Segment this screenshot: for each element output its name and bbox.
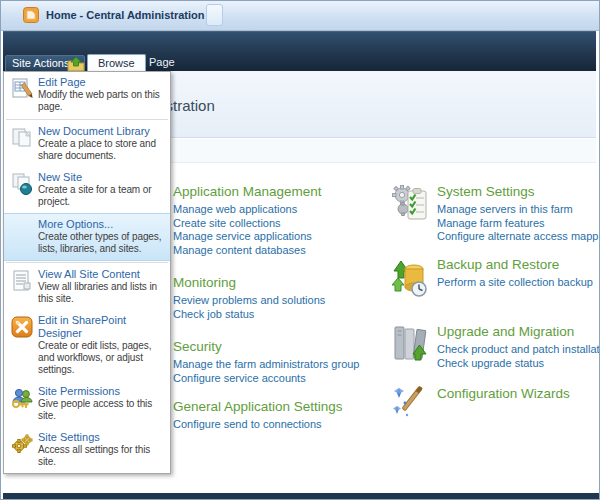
tab-browse[interactable]: Browse [87, 54, 146, 72]
section-heading-security[interactable]: Security [173, 339, 359, 354]
window-title: Home - Central Administration [46, 9, 205, 21]
section-heading-monitoring[interactable]: Monitoring [173, 275, 325, 290]
edit-page-icon [6, 76, 38, 101]
bottom-chrome-bar [3, 493, 599, 500]
menu-item-icon-empty [6, 218, 38, 219]
menu-item-description: Give people access to this site. [38, 398, 167, 422]
link-perform-a-site-collection-backup[interactable]: Perform a site collection backup [437, 276, 593, 290]
section-application-management: Application ManagementManage web applica… [173, 184, 322, 257]
upgrade-migration-icon [391, 322, 429, 368]
site-actions-label: Site Actions [12, 57, 69, 69]
link-configure-alternate-access-mappings[interactable]: Configure alternate access mappings [437, 230, 600, 244]
configuration-wizards-icon [391, 384, 429, 430]
menu-item-description: View all libraries and lists in this sit… [38, 281, 167, 305]
menu-item-label: Edit Page [38, 76, 167, 89]
section-security: SecurityManage the farm administrators g… [173, 339, 359, 385]
section-general-application-settings: General Application SettingsConfigure se… [173, 399, 343, 432]
section-configuration-wizards: Configuration Wizards [437, 386, 570, 405]
menu-item-label: Edit in SharePoint Designer [38, 314, 167, 340]
menu-item-description: Access all settings for this site. [38, 444, 167, 468]
menu-item-site-permissions[interactable]: Site PermissionsGive people access to th… [4, 381, 170, 427]
section-system-settings: System SettingsManage servers in this fa… [437, 184, 600, 244]
link-create-site-collections[interactable]: Create site collections [173, 217, 322, 231]
section-heading-general-application-settings[interactable]: General Application Settings [173, 399, 343, 414]
sharepoint-designer-icon [6, 314, 38, 339]
link-manage-servers-in-this-farm[interactable]: Manage servers in this farm [437, 203, 600, 217]
link-review-problems-and-solutions[interactable]: Review problems and solutions [173, 294, 325, 308]
section-backup-and-restore: Backup and RestorePerform a site collect… [437, 257, 593, 290]
menu-item-description: Modify the web parts on this page. [38, 89, 167, 113]
section-heading-application-management[interactable]: Application Management [173, 184, 322, 199]
backup-restore-icon [391, 255, 429, 301]
menu-separator [6, 262, 168, 263]
menu-item-new-site[interactable]: New SiteCreate a site for a team or proj… [4, 167, 170, 213]
titlebar-button[interactable] [206, 4, 223, 26]
menu-item-description: Create or edit lists, pages, and workflo… [38, 340, 167, 376]
section-monitoring: MonitoringReview problems and solutionsC… [173, 275, 325, 321]
menu-item-more-options[interactable]: More Options...Create other types of pag… [4, 213, 170, 261]
browser-window: Home - Central Administration Site Actio… [0, 0, 600, 500]
menu-item-description: Create a place to store and share docume… [38, 138, 167, 162]
view-all-site-content-icon [6, 268, 38, 293]
menu-item-label: More Options... [38, 218, 167, 231]
new-site-icon [6, 171, 38, 196]
link-configure-send-to-connections[interactable]: Configure send to connections [173, 418, 343, 432]
link-manage-farm-features[interactable]: Manage farm features [437, 217, 600, 231]
link-manage-service-applications[interactable]: Manage service applications [173, 230, 322, 244]
section-upgrade-and-migration: Upgrade and MigrationCheck product and p… [437, 324, 600, 370]
new-document-library-icon [6, 125, 38, 150]
site-permissions-icon [6, 385, 38, 410]
link-check-job-status[interactable]: Check job status [173, 308, 325, 322]
menu-item-view-all-site-content[interactable]: View All Site ContentView all libraries … [4, 264, 170, 310]
link-manage-the-farm-administrators-group[interactable]: Manage the farm administrators group [173, 358, 359, 372]
menu-item-label: New Document Library [38, 125, 167, 138]
menu-item-description: Create other types of pages, lists, libr… [38, 231, 167, 255]
menu-item-label: New Site [38, 171, 167, 184]
navigate-up-icon[interactable] [67, 56, 85, 72]
link-manage-content-databases[interactable]: Manage content databases [173, 244, 322, 258]
link-configure-service-accounts[interactable]: Configure service accounts [173, 372, 359, 386]
menu-item-new-document-library[interactable]: New Document LibraryCreate a place to st… [4, 121, 170, 167]
menu-separator [6, 119, 168, 120]
sharepoint-favicon-icon [23, 7, 39, 23]
menu-item-edit-page[interactable]: Edit PageModify the web parts on this pa… [4, 72, 170, 118]
menu-item-edit-in-sharepoint-designer[interactable]: Edit in SharePoint DesignerCreate or edi… [4, 310, 170, 381]
site-actions-menu: Edit PageModify the web parts on this pa… [3, 71, 171, 474]
link-check-product-and-patch-installation-status[interactable]: Check product and patch installation sta… [437, 343, 600, 357]
menu-item-label: View All Site Content [38, 268, 167, 281]
menu-item-description: Create a site for a team or project. [38, 184, 167, 208]
menu-item-label: Site Permissions [38, 385, 167, 398]
section-heading-upgrade-and-migration[interactable]: Upgrade and Migration [437, 324, 600, 339]
section-heading-system-settings[interactable]: System Settings [437, 184, 600, 199]
titlebar: Home - Central Administration [1, 1, 600, 31]
menu-item-site-settings[interactable]: Site SettingsAccess all settings for thi… [4, 427, 170, 473]
section-heading-backup-and-restore[interactable]: Backup and Restore [437, 257, 593, 272]
site-settings-icon [6, 431, 38, 456]
section-heading-configuration-wizards[interactable]: Configuration Wizards [437, 386, 570, 401]
link-manage-web-applications[interactable]: Manage web applications [173, 203, 322, 217]
link-check-upgrade-status[interactable]: Check upgrade status [437, 357, 600, 371]
menu-item-label: Site Settings [38, 431, 167, 444]
tab-page[interactable]: Page [139, 54, 185, 72]
system-settings-icon [391, 182, 429, 228]
